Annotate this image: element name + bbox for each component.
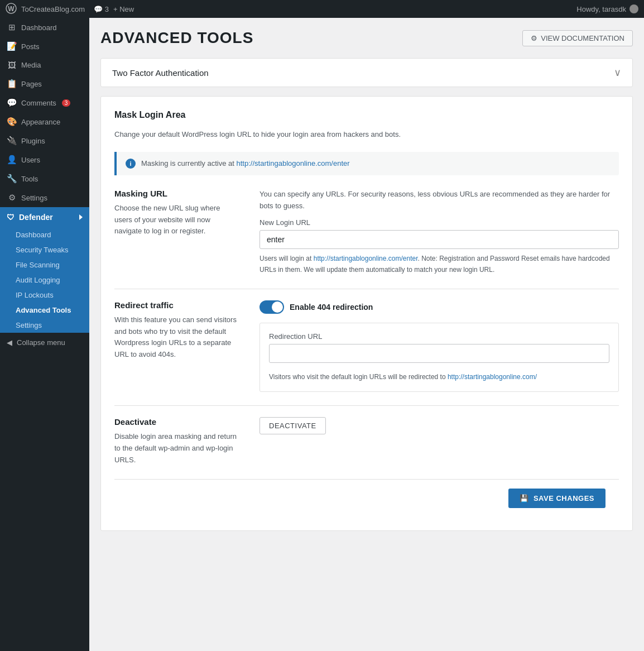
sidebar-label-appearance: Appearance [21,118,60,126]
collapse-menu-button[interactable]: ◀ Collapse menu [0,333,89,352]
collapse-icon: ◀ [7,338,12,347]
deactivate-right: DEACTIVATE [259,417,619,466]
defender-menu-main[interactable]: 🛡 Defender [0,207,89,227]
sidebar-item-dashboard[interactable]: ⊞ Dashboard [0,18,89,37]
sidebar-item-file-scanning[interactable]: File Scanning [0,257,89,272]
howdy-text: Howdy, tarasdk [576,5,626,13]
toggle-knob [272,301,283,313]
mask-login-title: Mask Login Area [114,110,619,120]
comments-badge: 3 [62,99,71,107]
two-factor-accordion[interactable]: Two Factor Authentication ∨ [100,58,633,87]
save-icon: 💾 [520,494,529,502]
view-doc-label: VIEW DOCUMENTATION [541,34,624,42]
section-divider-2 [114,405,619,406]
active-url-link[interactable]: http://startingablogonline.com/enter [237,159,350,167]
appearance-icon: 🎨 [7,117,17,127]
sidebar-item-comments[interactable]: 💬 Comments 3 [0,93,89,112]
mask-login-card: Mask Login Area Change your default Word… [100,96,633,531]
avatar [629,4,638,13]
sidebar-item-posts[interactable]: 📝 Posts [0,37,89,56]
toggle-row: Enable 404 redirection [259,300,619,314]
sidebar-label-tools: Tools [21,175,38,183]
sidebar-item-users[interactable]: 👤 Users [0,150,89,169]
comments-icon: 💬 [7,98,17,108]
sidebar-item-plugins[interactable]: 🔌 Plugins [0,131,89,150]
sidebar-item-ip-lockouts[interactable]: IP Lockouts [0,288,89,303]
redirect-left: Redirect traffic With this feature you c… [114,300,237,392]
redirect-traffic-section: Redirect traffic With this feature you c… [114,300,619,392]
redirect-url-label: Redirection URL [269,332,609,341]
deactivate-title: Deactivate [114,417,237,427]
main-content: ADVANCED TOOLS ⚙ VIEW DOCUMENTATION Two … [89,18,644,651]
dashboard-icon: ⊞ [7,22,17,32]
deactivate-left: Deactivate Disable login area masking an… [114,417,237,466]
info-text: Masking is currently active at http://st… [141,159,350,167]
toggle-label: Enable 404 redirection [290,303,373,312]
helper-text: Users will login at http://startingablog… [259,253,619,275]
redirect-title: Redirect traffic [114,300,237,310]
sidebar-label-media: Media [21,61,41,69]
info-icon: i [126,159,136,169]
settings-icon: ⚙ [7,193,17,203]
accordion-header[interactable]: Two Factor Authentication ∨ [101,59,632,87]
deactivate-desc: Disable login area masking and return to… [114,431,237,466]
admin-menu: ⊞ Dashboard 📝 Posts 🖼 Media 📋 Pages 💬 Co… [0,18,89,651]
redirect-url-link[interactable]: http://startingablogonline.com/ [448,373,537,381]
collapse-label: Collapse menu [17,338,65,347]
active-masking-info: i Masking is currently active at http://… [114,152,619,175]
pages-icon: 📋 [7,79,17,89]
sidebar-item-audit-logging[interactable]: Audit Logging [0,272,89,288]
comments-count[interactable]: 💬 3 [94,5,109,13]
redirect-url-input[interactable] [269,344,609,363]
page-title: ADVANCED TOOLS [100,29,253,47]
admin-bar: W ToCreateaBlog.com 💬 3 + New Howdy, tar… [0,0,644,18]
new-link[interactable]: + New [113,5,134,13]
view-documentation-button[interactable]: ⚙ VIEW DOCUMENTATION [522,30,633,46]
login-url-link[interactable]: http://startingablogonline.com/enter [314,255,418,262]
redirect-right: Enable 404 redirection Redirection URL V… [259,300,619,392]
defender-menu: 🛡 Defender Dashboard Security Tweaks Fil… [0,207,89,333]
sidebar-item-defender-dashboard[interactable]: Dashboard [0,227,89,242]
plugins-icon: 🔌 [7,136,17,146]
save-changes-button[interactable]: 💾 SAVE CHANGES [508,489,605,508]
doc-icon: ⚙ [531,34,537,42]
sidebar-label-posts: Posts [21,42,40,51]
sidebar-label-plugins: Plugins [21,137,45,145]
redirect-desc: With this feature you can send visitors … [114,314,237,361]
sidebar-label-users: Users [21,156,40,164]
redirect-url-box: Redirection URL Visitors who visit the d… [259,323,619,392]
sidebar-item-pages[interactable]: 📋 Pages [0,74,89,93]
masking-url-desc: Choose the new URL slug where users of y… [114,203,237,237]
sidebar-label-dashboard: Dashboard [21,23,57,32]
sidebar-item-tools[interactable]: 🔧 Tools [0,169,89,188]
hint-text: You can specify any URLs. For security r… [259,189,619,212]
sidebar-item-advanced-tools[interactable]: Advanced Tools [0,303,89,318]
site-name[interactable]: ToCreateaBlog.com [21,5,85,13]
wp-logo-icon: W [6,3,17,16]
media-icon: 🖼 [7,60,17,70]
redirect-helper: Visitors who visit the default login URL… [269,372,609,382]
sidebar-item-settings[interactable]: ⚙ Settings [0,188,89,207]
sidebar-item-security-tweaks[interactable]: Security Tweaks [0,242,89,257]
new-login-url-label: New Login URL [259,218,619,227]
masking-url-right: You can specify any URLs. For security r… [259,189,619,275]
mask-login-description: Change your default WordPress login URL … [114,129,619,141]
sidebar-item-defender-settings[interactable]: Settings [0,318,89,333]
deactivate-button[interactable]: DEACTIVATE [259,417,326,434]
masking-url-left: Masking URL Choose the new URL slug wher… [114,189,237,275]
enable-redirect-toggle[interactable] [259,300,284,314]
users-icon: 👤 [7,155,17,165]
sidebar-label-comments: Comments [21,99,56,107]
sidebar-item-media[interactable]: 🖼 Media [0,56,89,74]
sidebar-item-appearance[interactable]: 🎨 Appearance [0,112,89,131]
chevron-down-icon: ∨ [614,66,621,79]
defender-icon: 🛡 [7,213,15,222]
posts-icon: 📝 [7,41,17,51]
new-login-url-input[interactable] [259,230,619,249]
masking-url-title: Masking URL [114,189,237,198]
page-header: ADVANCED TOOLS ⚙ VIEW DOCUMENTATION [100,29,633,47]
tools-icon: 🔧 [7,174,17,184]
defender-label: Defender [19,213,53,222]
deactivate-section: Deactivate Disable login area masking an… [114,417,619,466]
chevron-right-icon [79,214,83,220]
